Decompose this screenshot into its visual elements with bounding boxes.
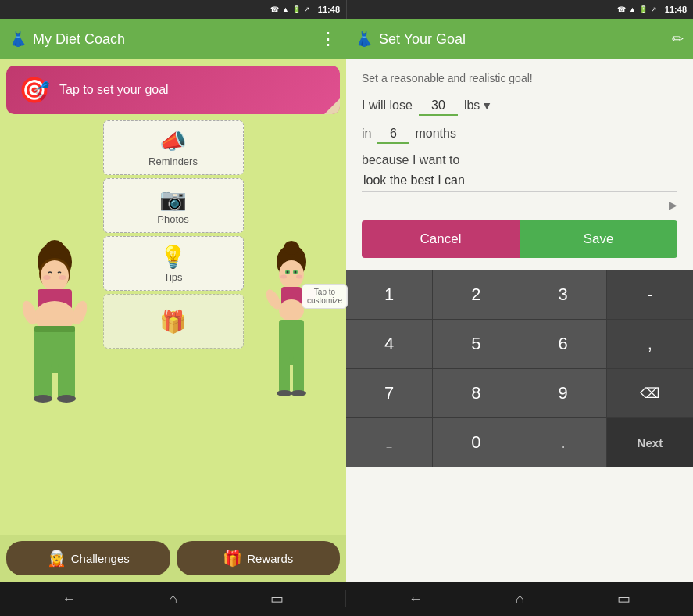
challenges-button[interactable]: 🧝 Challenges <box>6 541 170 575</box>
svg-point-22 <box>295 271 297 274</box>
key-comma[interactable]: , <box>607 320 693 368</box>
reason-input[interactable] <box>362 170 677 192</box>
goal-banner-text: Tap to set your goal <box>59 83 169 97</box>
tips-label: Tips <box>163 271 182 283</box>
back-icon-right[interactable]: ← <box>409 591 423 607</box>
svg-rect-28 <box>279 356 290 393</box>
tap-customize-text: Tap tocustomize <box>307 288 342 305</box>
lose-unit: lbs <box>464 98 480 113</box>
recent-icon[interactable]: ▭ <box>270 590 284 607</box>
lose-value-input[interactable] <box>419 97 458 116</box>
before-figure-svg <box>16 238 94 410</box>
nav-bar-left: ← ⌂ ▭ <box>0 582 346 616</box>
key-7[interactable]: 7 <box>346 369 432 417</box>
after-figure-svg <box>256 238 327 410</box>
key-space[interactable]: _ <box>346 418 432 467</box>
months-row: in months <box>362 125 677 144</box>
right-content: Set a reasonable and realistic goal! I w… <box>346 59 693 582</box>
svg-point-23 <box>280 275 287 279</box>
goal-banner[interactable]: 🎯 Tap to set your goal <box>6 66 340 114</box>
signal-icon-right: ☎ <box>617 5 626 13</box>
key-delete[interactable]: ⌫ <box>607 369 693 417</box>
time-right: 11:48 <box>665 5 687 14</box>
challenges-label: Challenges <box>71 552 130 565</box>
key-next[interactable]: Next <box>607 418 693 467</box>
svg-point-32 <box>277 390 292 396</box>
photos-label: Photos <box>157 213 188 225</box>
menu-buttons: 📣 Reminders 📷 Photos 💡 Tips 🎁 <box>103 120 244 528</box>
save-button[interactable]: Save <box>520 220 677 258</box>
left-bottom-bar: 🧝 Challenges 🎁 Rewards <box>0 535 346 582</box>
svg-rect-11 <box>58 364 75 399</box>
tap-customize-overlay[interactable]: Tap tocustomize <box>302 284 348 309</box>
left-header: 👗 My Diet Coach ⋮ <box>0 19 346 59</box>
svg-point-15 <box>57 395 76 403</box>
reminders-button[interactable]: 📣 Reminders <box>103 120 244 175</box>
menu-button[interactable]: ⋮ <box>320 29 337 49</box>
svg-point-5 <box>59 275 66 280</box>
svg-point-17 <box>284 241 299 255</box>
character-area: 📣 Reminders 📷 Photos 💡 Tips 🎁 <box>6 120 340 528</box>
months-label: months <box>415 127 455 141</box>
right-header-title-container: 👗 Set Your Goal <box>355 30 466 48</box>
edit-icon[interactable]: ✏ <box>672 30 684 48</box>
svg-point-4 <box>43 275 51 280</box>
nav-right-section: ← ⌂ ▭ <box>346 590 693 607</box>
goal-form: Set a reasonable and realistic goal! I w… <box>346 59 693 270</box>
home-icon-right[interactable]: ⌂ <box>516 591 524 607</box>
rewards-button[interactable]: 🎁 Rewards <box>177 541 341 575</box>
months-value-input[interactable] <box>377 125 409 144</box>
photos-button[interactable]: 📷 Photos <box>103 178 244 233</box>
home-icon[interactable]: ⌂ <box>169 591 177 607</box>
battery-icon-left: 🔋 <box>292 5 301 13</box>
key-dot[interactable]: . <box>520 418 606 467</box>
right-screen-title: Set Your Goal <box>379 31 466 48</box>
lose-prefix: I will lose <box>362 98 413 113</box>
target-icon: 🎯 <box>19 75 50 105</box>
left-header-title-container: 👗 My Diet Coach <box>9 30 125 48</box>
nav-left-section: ← ⌂ ▭ <box>0 590 346 607</box>
svg-rect-29 <box>293 356 304 393</box>
svg-point-14 <box>34 395 52 403</box>
recent-icon-right[interactable]: ▭ <box>617 590 630 607</box>
key-4[interactable]: 4 <box>346 320 432 368</box>
reason-arrow: ▶ <box>362 199 677 211</box>
key-5[interactable]: 5 <box>433 320 519 368</box>
svg-rect-10 <box>34 364 52 399</box>
dress-icon-right: 👗 <box>355 30 373 48</box>
tips-button[interactable]: 💡 Tips <box>103 236 244 291</box>
reminders-label: Reminders <box>148 156 198 167</box>
key-3[interactable]: 3 <box>520 270 606 319</box>
time-left: 11:48 <box>318 5 340 14</box>
unit-dropdown[interactable]: lbs ▼ <box>464 98 492 113</box>
goal-subtitle: Set a reasonable and realistic goal! <box>362 72 677 84</box>
key-6[interactable]: 6 <box>520 320 606 368</box>
svg-point-21 <box>287 271 289 274</box>
photos-icon: 📷 <box>159 186 187 212</box>
key-2[interactable]: 2 <box>433 270 519 319</box>
after-character-container: Tap tocustomize <box>244 120 341 528</box>
because-label: because I want to <box>362 153 677 167</box>
rewards-label: Rewards <box>247 552 293 565</box>
right-header: 👗 Set Your Goal ✏ <box>346 19 693 59</box>
cancel-button[interactable]: Cancel <box>362 220 520 258</box>
right-screen: 👗 Set Your Goal ✏ Set a reasonable and r… <box>346 19 693 616</box>
challenges-icon: 🧝 <box>47 549 66 568</box>
status-bar-left: ☎ ▲ 🔋 ↗ 11:48 <box>0 0 346 19</box>
key-8[interactable]: 8 <box>433 369 519 417</box>
key-1[interactable]: 1 <box>346 270 432 319</box>
network-icon-right: ↗ <box>651 5 657 13</box>
key-0[interactable]: 0 <box>433 418 519 467</box>
wifi-icon-right: ▲ <box>629 5 636 13</box>
svg-point-33 <box>291 390 306 396</box>
dress-icon: 👗 <box>9 30 27 48</box>
tips-icon: 💡 <box>159 244 187 270</box>
back-icon[interactable]: ← <box>62 591 76 607</box>
signal-icon-left: ☎ <box>270 5 279 13</box>
key-dash[interactable]: - <box>607 270 693 319</box>
rewards-menu-button[interactable]: 🎁 <box>103 294 244 349</box>
reminders-icon: 📣 <box>159 128 187 154</box>
action-buttons: Cancel Save <box>362 220 677 258</box>
key-9[interactable]: 9 <box>520 369 606 417</box>
rewards-menu-icon: 🎁 <box>159 309 187 335</box>
